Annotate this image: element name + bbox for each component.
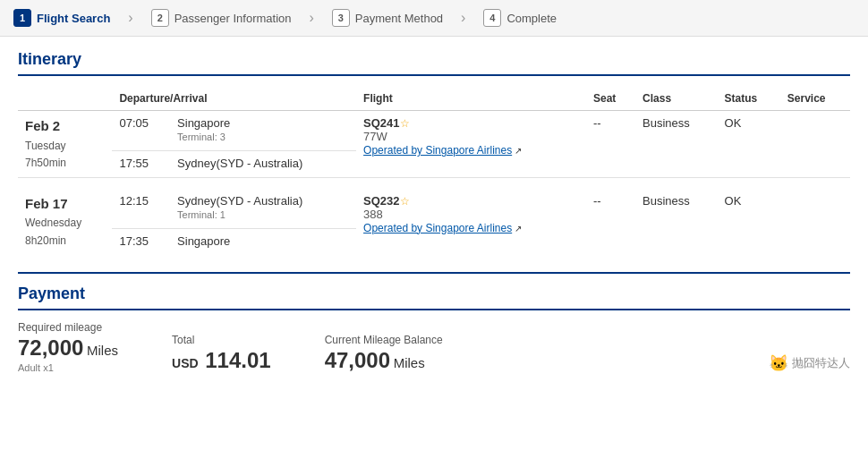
- flight-2-info: SQ232☆ 388 Operated by Singapore Airline…: [356, 189, 586, 255]
- col-header-seat: Seat: [586, 87, 635, 111]
- step-1[interactable]: 1 Flight Search: [13, 9, 110, 27]
- flight-1-operator-link[interactable]: Operated by Singapore Airlines: [363, 144, 512, 157]
- step-divider-2: ›: [309, 10, 313, 26]
- total-label: Total: [172, 334, 271, 346]
- step-2-num: 2: [151, 9, 169, 27]
- required-mileage-unit: Miles: [87, 343, 118, 358]
- total-value: 114.01: [205, 348, 270, 372]
- required-mileage-label: Required mileage: [18, 321, 118, 334]
- flight-2-operator-link[interactable]: Operated by Singapore Airlines: [363, 222, 512, 234]
- watermark-icon: 🐱: [769, 353, 788, 373]
- current-balance-amount: 47,000: [325, 348, 390, 372]
- required-mileage-amount: 72,000: [18, 335, 83, 360]
- table-row: Feb 2 Tuesday 7h50min 07:05 Singapore Te…: [18, 111, 850, 151]
- flight-2-arrive-time: 17:35: [112, 228, 170, 254]
- current-balance-unit: Miles: [394, 355, 425, 370]
- flight-2-arrive-city: Singapore: [170, 228, 356, 254]
- flight-2-class: Business: [635, 189, 718, 255]
- current-balance: Current Mileage Balance 47,000 Miles: [325, 334, 443, 373]
- payment-grid: Required mileage 72,000 Miles Adult x1 T…: [18, 321, 850, 373]
- flight-1-info: SQ241☆ 77W Operated by Singapore Airline…: [356, 111, 586, 178]
- total-currency: USD: [172, 356, 199, 370]
- flight-1-date: Feb 2 Tuesday 7h50min: [18, 111, 112, 178]
- step-1-label: Flight Search: [37, 12, 110, 25]
- watermark-text: 抛囧特达人: [792, 355, 850, 371]
- row-spacer: [18, 177, 850, 189]
- step-3-num: 3: [332, 9, 350, 27]
- flight-2-status: OK: [718, 189, 780, 255]
- flight-1-arrive-city: Sydney(SYD - Australia): [170, 151, 356, 177]
- required-mileage-note: Adult x1: [18, 362, 118, 373]
- flight-1-depart-city: Singapore Terminal: 3: [170, 111, 356, 151]
- required-mileage: Required mileage 72,000 Miles Adult x1: [18, 321, 118, 373]
- flight-2-depart-city: Sydney(SYD - Australia) Terminal: 1: [170, 189, 356, 229]
- step-3-label: Payment Method: [355, 12, 443, 25]
- itinerary-table: Departure/Arrival Flight Seat Class Stat…: [18, 87, 850, 254]
- current-balance-label: Current Mileage Balance: [325, 334, 443, 346]
- step-divider-3: ›: [461, 10, 465, 26]
- step-3[interactable]: 3 Payment Method: [332, 9, 443, 27]
- itinerary-title: Itinerary: [18, 50, 850, 76]
- total-amount: Total USD 114.01: [172, 334, 271, 373]
- steps-bar: 1 Flight Search › 2 Passenger Informatio…: [0, 0, 868, 37]
- flight-1-class: Business: [635, 111, 718, 178]
- watermark: 🐱 抛囧特达人: [769, 353, 850, 373]
- col-header-flight: Flight: [356, 87, 586, 111]
- step-4[interactable]: 4 Complete: [483, 9, 557, 27]
- payment-section: Payment Required mileage 72,000 Miles Ad…: [18, 272, 850, 373]
- table-row: Feb 17 Wednesday 8h20min 12:15 Sydney(SY…: [18, 189, 850, 229]
- flight-1-status: OK: [718, 111, 780, 178]
- flight-2-date: Feb 17 Wednesday 8h20min: [18, 189, 112, 255]
- flight-1-seat: --: [586, 111, 635, 178]
- main-content: Itinerary Departure/Arrival Flight Seat …: [0, 37, 868, 386]
- flight-2-seat: --: [586, 189, 635, 255]
- flight-2-depart-time: 12:15: [112, 189, 170, 229]
- step-2[interactable]: 2 Passenger Information: [151, 9, 292, 27]
- col-header-class: Class: [635, 87, 718, 111]
- step-divider-1: ›: [128, 10, 132, 26]
- step-2-label: Passenger Information: [174, 12, 292, 25]
- col-header-status: Status: [718, 87, 780, 111]
- step-4-num: 4: [483, 9, 501, 27]
- col-header-service: Service: [780, 87, 850, 111]
- flight-2-service: [780, 189, 850, 255]
- payment-title: Payment: [18, 284, 850, 310]
- step-1-num: 1: [13, 9, 31, 27]
- step-4-label: Complete: [506, 12, 557, 25]
- flight-1-service: [780, 111, 850, 178]
- flight-1-arrive-time: 17:55: [112, 151, 170, 177]
- col-header-departure: Departure/Arrival: [112, 87, 356, 111]
- flight-1-depart-time: 07:05: [112, 111, 170, 151]
- col-header-date: [18, 87, 112, 111]
